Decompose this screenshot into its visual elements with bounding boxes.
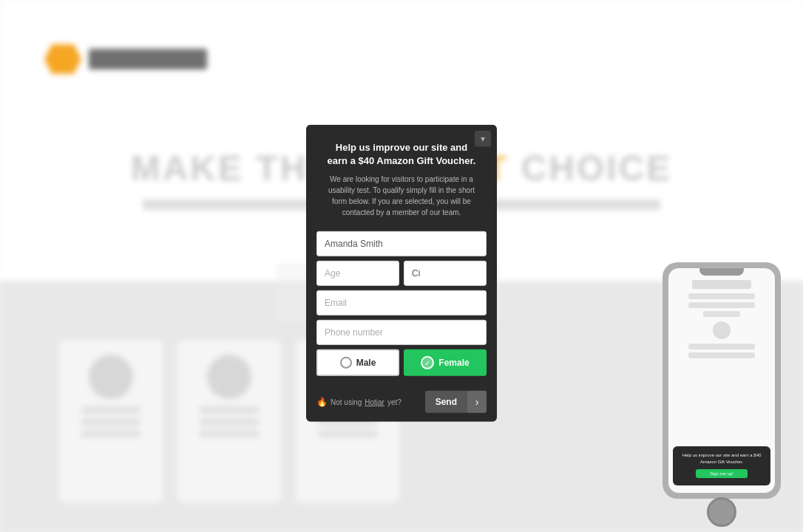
modal-title: Help us improve our site and earn a $40 … [321,141,482,168]
hotjar-notice: 🔥 Not using Hotjar yet? [316,397,402,407]
bg-card-avatar [207,355,251,399]
phone-logo-bar [692,280,751,289]
bg-card-avatar [89,355,133,399]
modal-footer: 🔥 Not using Hotjar yet? Send › [306,391,497,422]
female-gender-button[interactable]: ✓ Female [404,349,487,376]
bg-card-line-3 [318,430,377,437]
email-input[interactable] [316,290,487,316]
hotjar-link[interactable]: Hotjar [365,398,384,406]
hotjar-prefix: Not using [331,398,362,406]
male-label: Male [356,358,376,368]
phone-popup-button: Sign me up! [696,469,748,478]
phone-popup-mini: Help us improve our site and earn a $40 … [673,446,770,485]
survey-modal: ▾ Help us improve our site and earn a $4… [306,125,497,422]
hotjar-suffix: yet? [387,398,402,406]
phone-small-icon [713,321,731,339]
bg-card-line-1 [200,406,259,414]
phone-content-line-4 [688,352,755,358]
bg-card-line-2 [81,418,140,426]
age-city-row [316,261,487,286]
phone-screen: Help us improve our site and earn a $40 … [668,268,775,493]
bg-card-1 [59,340,163,502]
send-button-label: Send [425,397,467,407]
phone-home-button [707,497,736,527]
male-radio [340,357,352,369]
modal-body: Male ✓ Female [306,225,497,391]
send-button[interactable]: Send › [425,391,487,413]
logo-icon [44,44,81,74]
phone-content-line-3 [688,344,755,349]
modal-description: We are looking for visitors to participa… [321,174,482,218]
bg-card-line-3 [200,430,259,437]
phone-notch [699,268,744,276]
gender-selection: Male ✓ Female [316,349,487,376]
bg-card-line-1 [81,406,140,414]
send-arrow-icon: › [467,391,487,413]
background-logo [44,44,207,74]
female-label: Female [438,358,469,368]
chevron-down-icon: ▾ [481,134,485,143]
modal-collapse-button[interactable]: ▾ [475,131,491,147]
male-gender-button[interactable]: Male [316,349,399,376]
city-input[interactable] [404,261,487,286]
phone-content-line-1 [688,293,755,299]
name-input[interactable] [316,231,487,256]
bg-card-line-2 [200,418,259,426]
bg-card-line-3 [81,430,140,437]
female-check-icon: ✓ [421,356,434,369]
phone-content-line-2 [688,302,755,308]
logo-text [89,49,207,69]
flame-icon: 🔥 [316,397,328,407]
bg-card-2 [177,340,281,502]
phone-input[interactable] [316,320,487,345]
phone-mockup: Help us improve our site and earn a $40 … [663,262,781,499]
modal-header: Help us improve our site and earn a $40 … [306,125,497,225]
phone-popup-text: Help us improve our site and earn a $40 … [677,452,766,465]
age-input[interactable] [316,261,399,286]
